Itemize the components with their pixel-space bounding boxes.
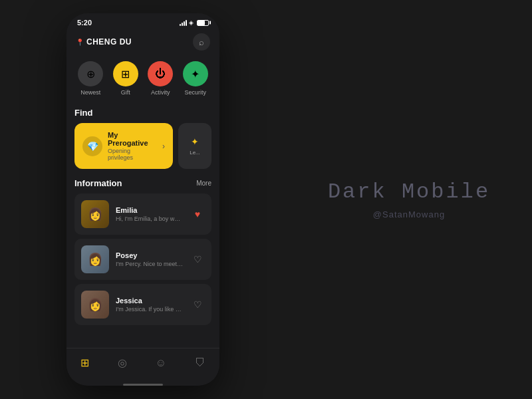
posey-info: Posey I'm Percy. Nice to meet you: [116, 251, 184, 267]
page-wrapper: 5:20 ◈ 📍 CHENG DU: [0, 0, 532, 399]
cat-security[interactable]: ✦ Security: [183, 61, 208, 96]
search-nav-icon: ◎: [118, 356, 127, 369]
app-header: 📍 CHENG DU: [66, 29, 219, 56]
status-bar: 5:20 ◈: [66, 13, 219, 29]
emilia-desc: Hi, I'm Emilia, a boy who loves sports. …: [116, 215, 184, 222]
avatar-posey: 👩: [81, 245, 109, 273]
location-pin-icon: 📍: [76, 39, 84, 46]
gift-label: Gift: [121, 89, 130, 96]
info-title: Information: [74, 178, 122, 188]
cat-activity[interactable]: ⏻ Activity: [148, 61, 173, 96]
cat-gift[interactable]: ⊞ Gift: [113, 61, 138, 96]
home-icon: ⊞: [80, 356, 89, 369]
newest-icon: ⊕: [78, 61, 103, 86]
signal-icon: [180, 20, 187, 26]
battery-icon: [197, 20, 209, 26]
avatar-emilia: 👩: [81, 200, 109, 228]
prerogative-icon: 💎: [82, 136, 102, 156]
newest-label: Newest: [80, 89, 100, 96]
heart-outline-icon: ♡: [194, 254, 202, 265]
prerogative-arrow: ›: [162, 142, 165, 151]
find-card-secondary[interactable]: ✦ Le...: [178, 123, 211, 169]
mood-icon: ☺: [156, 357, 166, 369]
nav-search[interactable]: ◎: [112, 355, 132, 370]
emilia-info: Emilia Hi, I'm Emilia, a boy who loves s…: [116, 206, 184, 222]
heart-icon-jessica: ♡: [194, 299, 202, 310]
jessica-desc: I'm Jessica. If you like me, ...: [116, 306, 184, 313]
nav-profile[interactable]: ⛉: [190, 356, 211, 370]
posey-desc: I'm Percy. Nice to meet you: [116, 261, 184, 267]
categories-row: ⊕ Newest ⊞ Gift ⏻ Activity ✦ Security: [66, 56, 219, 102]
profile-card-posey[interactable]: 👩 Posey I'm Percy. Nice to meet you ♡: [74, 239, 211, 280]
security-label: Security: [184, 89, 206, 96]
branding-area: Dark Mobile @SatanMowang: [286, 180, 532, 219]
nav-home[interactable]: ⊞: [75, 355, 94, 370]
phone-area: 5:20 ◈ 📍 CHENG DU: [0, 0, 286, 399]
avatar-emilia-face: 👩: [81, 200, 109, 228]
prerogative-subtitle: Opening privileges: [108, 148, 157, 161]
brand-title: Dark Mobile: [328, 180, 490, 204]
nav-mood[interactable]: ☺: [150, 356, 172, 370]
status-time: 5:20: [77, 19, 92, 27]
prerogative-title: My Prerogative: [108, 131, 157, 147]
find-section: Find 💎 My Prerogative Opening privileges…: [66, 102, 219, 173]
status-icons: ◈: [180, 19, 209, 26]
prerogative-text: My Prerogative Opening privileges: [108, 131, 157, 161]
gift-icon: ⊞: [113, 61, 138, 86]
jessica-name: Jessica: [116, 297, 184, 305]
home-indicator: [123, 384, 163, 386]
avatar-jessica-face: 👩: [81, 291, 109, 319]
bottom-nav: ⊞ ◎ ☺ ⛉: [66, 348, 219, 380]
heart-liked-icon: ♥: [195, 209, 200, 219]
posey-name: Posey: [116, 251, 184, 259]
search-button[interactable]: [193, 33, 210, 51]
find-title: Find: [74, 108, 211, 118]
security-icon: ✦: [183, 61, 208, 86]
avatar-jessica: 👩: [81, 291, 109, 319]
wifi-icon: ◈: [189, 19, 194, 26]
more-button[interactable]: More: [196, 180, 211, 187]
jessica-heart-button[interactable]: ♡: [190, 297, 205, 312]
avatar-posey-face: 👩: [81, 245, 109, 273]
secondary-card-label: Le...: [190, 150, 200, 156]
phone-frame: 5:20 ◈ 📍 CHENG DU: [66, 13, 219, 386]
activity-icon: ⏻: [148, 61, 173, 86]
activity-label: Activity: [151, 89, 170, 96]
emilia-name: Emilia: [116, 206, 184, 214]
profile-nav-icon: ⛉: [195, 357, 205, 369]
location-row: 📍 CHENG DU: [76, 37, 132, 47]
profile-card-jessica[interactable]: 👩 Jessica I'm Jessica. If you like me, .…: [74, 284, 211, 325]
emilia-heart-button[interactable]: ♥: [190, 207, 205, 221]
find-card-prerogative[interactable]: 💎 My Prerogative Opening privileges ›: [74, 123, 173, 169]
info-section: Information More 👩 Emilia Hi, I'm Emilia…: [66, 173, 219, 348]
location-name: CHENG DU: [86, 37, 132, 47]
profile-card-emilia[interactable]: 👩 Emilia Hi, I'm Emilia, a boy who loves…: [74, 194, 211, 235]
secondary-card-icon: ✦: [191, 136, 199, 147]
cat-newest[interactable]: ⊕ Newest: [78, 61, 103, 96]
info-header: Information More: [74, 178, 211, 188]
posey-heart-button[interactable]: ♡: [190, 252, 205, 267]
brand-subtitle: @SatanMowang: [373, 209, 445, 219]
find-cards: 💎 My Prerogative Opening privileges › ✦ …: [74, 123, 211, 169]
jessica-info: Jessica I'm Jessica. If you like me, ...: [116, 297, 184, 313]
